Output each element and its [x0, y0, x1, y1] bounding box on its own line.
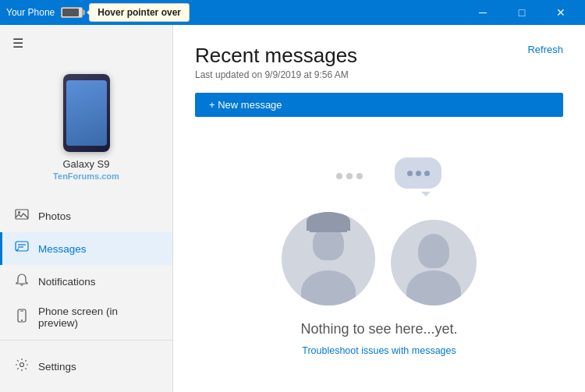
battery-icon [61, 7, 83, 18]
app-title: Your Phone [6, 7, 55, 18]
battery-area: Hover pointer over [61, 3, 190, 22]
sidebar-item-messages[interactable]: Messages [0, 232, 172, 265]
avatar-right-head [418, 234, 449, 268]
main-content: Recent messages Last updated on 9/9/2019… [173, 25, 585, 392]
settings-label: Settings [38, 361, 76, 373]
last-updated-text: Last updated on 9/9/2019 at 9:56 AM [195, 69, 357, 80]
bubble-dot-3 [424, 171, 430, 176]
photos-label: Photos [38, 210, 71, 222]
speech-bubble [395, 157, 441, 189]
notifications-label: Notifications [38, 276, 96, 288]
chat-illustration [270, 150, 488, 305]
svg-point-7 [21, 320, 23, 321]
refresh-link[interactable]: Refresh [527, 44, 563, 55]
dot-2 [346, 173, 353, 179]
sidebar-item-phone-screen[interactable]: Phone screen (in preview) [0, 298, 172, 337]
watermark: TenForums.com [53, 171, 119, 181]
page-title: Recent messages [195, 44, 357, 68]
settings-icon [15, 358, 29, 375]
dots-row [336, 173, 363, 179]
avatar-right [391, 220, 477, 305]
notifications-icon [15, 273, 29, 290]
avatar-left-body [301, 270, 356, 305]
messages-icon [15, 240, 29, 257]
empty-state: Nothing to see here...yet. Troubleshoot … [195, 132, 563, 373]
sidebar-item-settings[interactable]: Settings [0, 350, 172, 383]
photos-icon [15, 207, 29, 224]
phone-screen-display [66, 80, 107, 146]
minimize-button[interactable]: ─ [465, 2, 501, 23]
maximize-button[interactable]: □ [504, 2, 540, 23]
new-message-button[interactable]: + New message [195, 93, 563, 117]
header-left: Recent messages Last updated on 9/9/2019… [195, 44, 357, 80]
svg-point-8 [20, 363, 24, 367]
title-bar: Your Phone Hover pointer over ─ □ ✕ [0, 0, 585, 25]
phone-name: Galaxy S9 [63, 158, 110, 170]
close-button[interactable]: ✕ [543, 2, 579, 23]
dot-1 [336, 173, 342, 179]
sidebar-item-photos[interactable]: Photos [0, 200, 172, 232]
sidebar-header: ☰ [0, 25, 172, 62]
dot-3 [356, 173, 363, 179]
title-bar-left: Your Phone Hover pointer over [6, 3, 190, 22]
sidebar-item-notifications[interactable]: Notifications [0, 265, 172, 298]
phone-screen-icon [15, 309, 29, 326]
tooltip-text: Hover pointer over [98, 7, 181, 18]
bubble-dot-2 [416, 171, 421, 176]
hamburger-button[interactable]: ☰ [12, 36, 23, 51]
phone-preview: Galaxy S9 TenForums.com [0, 62, 172, 196]
avatar-left-head [313, 226, 344, 260]
bubble-dot-1 [407, 171, 413, 176]
nav-items: Photos Messages [0, 196, 172, 340]
messages-label: Messages [38, 243, 87, 255]
troubleshoot-link[interactable]: Troubleshoot issues with messages [302, 345, 456, 356]
phone-image [63, 74, 110, 152]
empty-state-text: Nothing to see here...yet. [300, 321, 457, 337]
battery-fill [62, 9, 78, 16]
sidebar: ☰ Galaxy S9 TenForums.com Photos [0, 25, 173, 392]
avatar-left [282, 212, 375, 305]
main-header: Recent messages Last updated on 9/9/2019… [195, 44, 563, 80]
svg-point-1 [18, 211, 20, 214]
battery-tooltip: Hover pointer over [89, 3, 190, 22]
sidebar-footer: Settings [0, 340, 172, 392]
svg-rect-0 [16, 210, 28, 219]
phone-screen-label: Phone screen (in preview) [38, 305, 160, 329]
app-body: ☰ Galaxy S9 TenForums.com Photos [0, 25, 585, 392]
window-controls: ─ □ ✕ [465, 2, 579, 23]
avatar-right-body [406, 270, 461, 305]
